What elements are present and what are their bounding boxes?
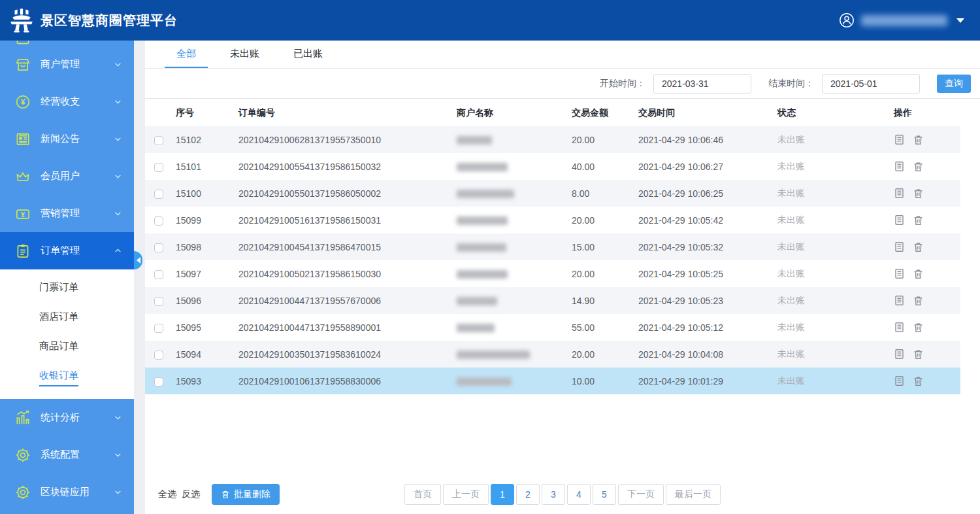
sidebar-item-system-config[interactable]: 系统配置 (0, 436, 134, 473)
row-checkbox[interactable] (154, 190, 163, 199)
end-date-input[interactable] (822, 74, 920, 94)
row-amount: 55.00 (570, 314, 637, 341)
row-checkbox[interactable] (154, 136, 163, 145)
chevron-down-icon (114, 413, 122, 422)
sidebar-item-merchant[interactable]: 商户管理 (0, 46, 134, 83)
row-checkbox[interactable] (154, 297, 163, 306)
row-merchant-redacted (457, 270, 508, 279)
detail-icon[interactable] (894, 214, 905, 226)
submenu-item-goods-orders[interactable]: 商品订单 (0, 334, 134, 363)
page-first[interactable]: 首页 (404, 484, 441, 505)
table-row: 15096202104291004471371955767000614.9020… (145, 287, 960, 314)
chevron-down-icon (114, 209, 122, 218)
sidebar-item-orders[interactable]: 订单管理 (0, 232, 134, 269)
invert-select-link[interactable]: 反选 (182, 488, 200, 500)
delete-icon[interactable] (913, 375, 924, 386)
row-time: 2021-04-29 10:06:46 (637, 126, 776, 153)
row-time: 2021-04-29 10:01:29 (637, 368, 776, 394)
row-checkbox[interactable] (154, 216, 163, 226)
batch-delete-button[interactable]: 批量删除 (212, 484, 280, 505)
row-checkbox[interactable] (154, 324, 163, 333)
detail-icon[interactable] (894, 349, 905, 360)
delete-icon[interactable] (913, 214, 924, 226)
svg-text:¥: ¥ (21, 210, 25, 218)
row-amount: 14.90 (570, 287, 637, 314)
page-next[interactable]: 下一页 (618, 484, 664, 505)
chevron-up-icon (114, 247, 122, 255)
detail-icon[interactable] (894, 375, 905, 386)
svg-text:¥: ¥ (21, 97, 25, 107)
chevron-down-icon (114, 97, 122, 106)
detail-icon[interactable] (894, 241, 905, 252)
page-2[interactable]: 2 (516, 484, 540, 505)
tab-bar: 全部 未出账 已出账 (145, 41, 980, 69)
page-1[interactable]: 1 (491, 484, 514, 505)
row-checkbox[interactable] (154, 351, 163, 360)
sidebar-item-members[interactable]: 会员用户 (0, 158, 134, 195)
tab-unbilled[interactable]: 未出账 (222, 40, 267, 68)
page-last[interactable]: 最后一页 (666, 484, 721, 505)
app-header: 景区智慧商圈管理平台 (0, 0, 980, 41)
row-time: 2021-04-29 10:05:12 (637, 314, 776, 341)
row-checkbox[interactable] (154, 163, 163, 172)
row-seq: 15100 (174, 180, 237, 207)
row-seq: 15095 (174, 314, 237, 341)
delete-icon[interactable] (913, 161, 924, 172)
shop-icon (14, 56, 31, 73)
delete-icon[interactable] (913, 188, 924, 199)
row-status: 未出账 (776, 368, 892, 394)
sidebar-item-marketing[interactable]: ¥ 营销管理 (0, 195, 134, 232)
page-5[interactable]: 5 (593, 484, 616, 505)
detail-icon[interactable] (894, 188, 905, 199)
page-4[interactable]: 4 (567, 484, 591, 505)
delete-icon[interactable] (913, 349, 924, 360)
page-3[interactable]: 3 (542, 484, 565, 505)
sidebar-item-finance[interactable]: ¥ 经营收支 (0, 83, 134, 120)
delete-icon[interactable] (913, 241, 924, 252)
row-amount: 20.00 (570, 260, 637, 287)
user-menu[interactable] (839, 12, 964, 28)
sidebar-item-news[interactable]: 新闻公告 (0, 120, 134, 158)
submenu-item-ticket-orders[interactable]: 门票订单 (0, 275, 134, 304)
row-time: 2021-04-29 10:05:23 (637, 287, 776, 314)
detail-icon[interactable] (894, 322, 905, 333)
chevron-down-icon (114, 135, 122, 143)
row-status: 未出账 (776, 207, 892, 233)
detail-icon[interactable] (894, 268, 905, 279)
delete-icon[interactable] (913, 295, 924, 306)
tab-all[interactable]: 全部 (169, 40, 204, 68)
delete-icon[interactable] (913, 268, 924, 279)
chart-icon (14, 409, 31, 426)
delete-icon[interactable] (913, 322, 924, 333)
row-checkbox[interactable] (154, 243, 163, 252)
detail-icon[interactable] (894, 161, 905, 172)
sidebar-item-label: 经营收支 (41, 95, 80, 108)
start-time-label: 开始时间： (600, 78, 645, 90)
start-date-input[interactable] (653, 74, 751, 94)
select-all-link[interactable]: 全选 (158, 488, 176, 500)
table-row: 15101202104291005541371958615003240.0020… (145, 153, 960, 180)
clipboard-icon (14, 243, 31, 260)
submenu-item-cashier-orders[interactable]: 收银订单 (0, 363, 134, 392)
query-button[interactable]: 查询 (937, 75, 971, 93)
tab-billed[interactable]: 已出账 (286, 40, 331, 68)
delete-icon[interactable] (913, 134, 924, 145)
row-amount: 20.00 (570, 207, 637, 233)
detail-icon[interactable] (894, 295, 905, 306)
detail-icon[interactable] (894, 134, 905, 145)
row-time: 2021-04-29 10:06:27 (637, 153, 776, 180)
row-checkbox[interactable] (154, 270, 163, 279)
page-title: 景区智慧商圈管理平台 (41, 12, 178, 29)
gear-icon (14, 484, 31, 501)
row-checkbox[interactable] (154, 377, 163, 386)
row-seq: 15098 (174, 233, 237, 260)
clipped-icon (14, 41, 31, 46)
row-merchant-redacted (457, 216, 508, 225)
submenu-item-hotel-orders[interactable]: 酒店订单 (0, 304, 134, 334)
sidebar-item-label: 区块链应用 (41, 486, 90, 498)
sidebar-item-blockchain[interactable]: 区块链应用 (0, 473, 134, 511)
table-row: 15102202104291006281371955735001020.0020… (145, 126, 960, 153)
sidebar-item-statistics[interactable]: 统计分析 (0, 399, 134, 436)
chevron-down-icon (114, 60, 122, 69)
page-prev[interactable]: 上一页 (443, 484, 489, 505)
